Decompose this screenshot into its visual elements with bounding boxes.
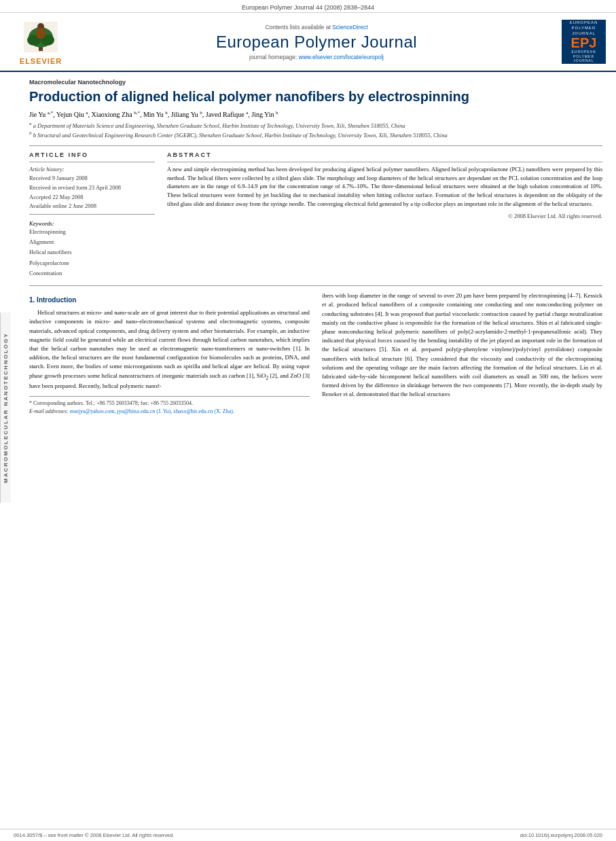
abstract-col: ABSTRACT A new and simple electrospinnin… [167, 151, 602, 279]
svg-point-6 [36, 28, 46, 39]
affiliation-a: a a Department of Materials Science and … [29, 121, 602, 130]
epj-bottom-text: EUROPEANPOLYMERJOURNAL [571, 50, 596, 63]
keywords-list: Electrospinning Alignment Helical nanofi… [29, 227, 155, 279]
body-columns: 1. Introduction Helical structures at mi… [29, 291, 602, 416]
abstract-divider [167, 162, 602, 162]
history-label: Article history: [29, 165, 155, 175]
received-date: Received 9 January 2008 [29, 174, 155, 183]
available-date: Available online 2 June 2008 [29, 202, 155, 211]
intro-para1: Helical structures at micro- and nano-sc… [29, 308, 310, 391]
homepage-url[interactable]: www.elsevier.com/locate/europolj [299, 54, 384, 60]
side-label-text: MACROMOLECULAR NANOTECHNOLOGY [3, 332, 9, 483]
footnote-corresponding: * Corresponding authors. Tel.: +86 755 2… [29, 399, 310, 408]
elsevier-wordmark: ELSEVIER [20, 57, 62, 65]
footnote-section: * Corresponding authors. Tel.: +86 755 2… [29, 396, 310, 416]
page: MACROMOLECULAR NANOTECHNOLOGY European P… [0, 0, 616, 841]
elsevier-logo: ELSEVIER [10, 18, 71, 65]
journal-name: European Polymer Journal [71, 33, 562, 52]
abstract-label: ABSTRACT [167, 151, 602, 158]
body-section: 1. Introduction Helical structures at mi… [29, 285, 602, 416]
info-divider [29, 162, 155, 162]
divider [29, 145, 602, 146]
journal-bar: European Polymer Journal 44 (2008) 2838–… [0, 0, 616, 13]
journal-title-block: Contents lists available at ScienceDirec… [71, 24, 562, 60]
journal-header: ELSEVIER Contents lists available at Sci… [0, 13, 616, 72]
keyword-1: Electrospinning [29, 227, 155, 237]
email-label: E-mail addresses: [29, 408, 69, 414]
affiliation-b: b b Structural and Geotechnical Engineer… [29, 130, 602, 140]
footnote-email: E-mail addresses: msejyu@yahoo.com, jyu@… [29, 408, 310, 416]
intro-para2: ibers with loop diameter in the range of… [322, 291, 602, 399]
email-addresses[interactable]: msejyu@yahoo.com, jyu@hitsz.edu.cn (J. Y… [70, 408, 234, 414]
homepage-label: journal homepage: [249, 54, 299, 60]
keyword-5: Concentration [29, 268, 155, 279]
keywords-section: Keywords: Electrospinning Alignment Heli… [29, 220, 155, 279]
body-col-left: 1. Introduction Helical structures at mi… [29, 291, 310, 416]
keyword-3: Helical nanofibers [29, 247, 155, 257]
doi-text: doi:10.1016/j.eurpolymj.2008.05.020 [520, 832, 602, 838]
authors-line: Jie Yu a,*, Yejun Qiu a, Xiaoxiong Zha b… [29, 110, 602, 118]
article-content: Macromolecular Nanotechnology Production… [12, 79, 616, 416]
copyright-line: © 2008 Elsevier Ltd. All rights reserved… [167, 213, 602, 219]
affiliations: a a Department of Materials Science and … [29, 121, 602, 139]
accepted-date: Accepted 22 May 2008 [29, 193, 155, 202]
article-history: Article history: Received 9 January 2008… [29, 165, 155, 211]
keyword-2: Alignment [29, 237, 155, 247]
section-tag: Macromolecular Nanotechnology [29, 79, 602, 86]
keyword-4: Polycaprolactone [29, 258, 155, 268]
elsevier-tree-icon [20, 18, 61, 56]
journal-homepage: journal homepage: www.elsevier.com/locat… [71, 54, 562, 60]
article-title: Production of aligned helical polymer na… [29, 88, 602, 105]
sciencedirect-line: Contents lists available at ScienceDirec… [71, 24, 562, 31]
epj-letters: EPJ [571, 36, 597, 50]
epj-top-text: EUROPEANPOLYMERJOURNAL [570, 20, 598, 36]
epj-logo: EUROPEANPOLYMERJOURNAL EPJ EUROPEANPOLYM… [562, 20, 606, 64]
body-divider [29, 285, 602, 286]
body-col-right: ibers with loop diameter in the range of… [322, 291, 602, 416]
keywords-divider [29, 214, 155, 215]
info-abstract-section: ARTICLE INFO Article history: Received 9… [29, 151, 602, 279]
bottom-bar: 0014-3057/$ – see front matter © 2008 El… [0, 829, 616, 841]
article-info-col: ARTICLE INFO Article history: Received 9… [29, 151, 155, 279]
abstract-text: A new and simple electrospinning method … [167, 165, 602, 209]
intro-heading: 1. Introduction [29, 295, 310, 305]
article-info-label: ARTICLE INFO [29, 151, 155, 158]
keywords-label: Keywords: [29, 220, 155, 227]
revised-date: Received in revised form 23 April 2008 [29, 183, 155, 193]
journal-bar-text: European Polymer Journal 44 (2008) 2838–… [242, 4, 374, 11]
side-label: MACROMOLECULAR NANOTECHNOLOGY [0, 312, 11, 503]
issn-text: 0014-3057/$ – see front matter © 2008 El… [14, 832, 175, 838]
sciencedirect-link[interactable]: ScienceDirect [332, 24, 367, 31]
contents-label: Contents lists available at [265, 24, 330, 31]
